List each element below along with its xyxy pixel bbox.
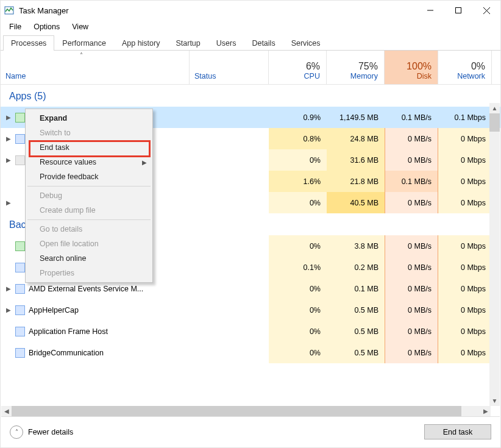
ctx-go-to-details[interactable]: Go to details <box>26 222 152 236</box>
column-header-disk[interactable]: 100%Disk <box>385 51 438 84</box>
cell-cpu: 0% <box>269 321 327 342</box>
process-icon <box>15 241 25 251</box>
svg-rect-2 <box>456 8 461 13</box>
cell-network: 0.1 Mbps <box>438 107 492 128</box>
cell-cpu: 0% <box>269 299 327 321</box>
window-title: Task Manager <box>19 6 69 15</box>
cell-disk: 0 MB/s <box>385 149 438 171</box>
tab-app-history[interactable]: App history <box>114 35 168 51</box>
cell-disk: 0 MB/s <box>385 299 438 321</box>
cell-cpu: 0% <box>269 192 327 213</box>
process-row[interactable]: ▶BridgeCommunication 0% 0.5 MB 0 MB/s 0 … <box>1 342 500 363</box>
tab-services[interactable]: Services <box>283 35 329 51</box>
cell-memory: 40.5 MB <box>327 192 385 213</box>
cell-network: 0 Mbps <box>438 299 492 321</box>
fewer-details-button[interactable]: ˄ Fewer details <box>10 425 73 439</box>
scroll-down-icon[interactable]: ▼ <box>489 396 500 406</box>
process-row[interactable]: ▶AppHelperCap 0% 0.5 MB 0 MB/s 0 Mbps <box>1 299 500 321</box>
scrollbar-thumb[interactable] <box>12 406 461 416</box>
scroll-up-icon[interactable]: ▲ <box>489 103 500 113</box>
ctx-end-task[interactable]: End task <box>26 140 152 155</box>
cell-cpu: 0% <box>269 342 327 363</box>
ctx-provide-feedback[interactable]: Provide feedback <box>26 169 152 184</box>
cell-memory: 24.8 MB <box>327 128 385 149</box>
chevron-right-icon[interactable]: ▶ <box>5 199 12 206</box>
cell-network: 0 Mbps <box>438 278 492 299</box>
chevron-right-icon[interactable]: ▶ <box>5 307 12 313</box>
group-header-apps[interactable]: Apps (5) <box>1 85 500 107</box>
tab-processes[interactable]: Processes <box>3 35 54 51</box>
process-icon <box>15 113 25 123</box>
cell-memory: 21.8 MB <box>327 171 385 192</box>
process-icon <box>15 263 25 272</box>
column-header-name[interactable]: Name <box>1 51 190 84</box>
vertical-scrollbar[interactable]: ▲ ▼ <box>489 103 500 406</box>
process-list: Apps (5) ▶ 0.9% 1,149.5 MB 0.1 MB/s 0.1 … <box>1 85 500 419</box>
cell-cpu: 1.6% <box>269 171 327 192</box>
context-menu: Expand Switch to End task Resource value… <box>25 108 153 283</box>
column-header-cpu[interactable]: 6%CPU <box>269 51 327 84</box>
tab-users[interactable]: Users <box>208 35 244 51</box>
close-button[interactable] <box>472 1 500 20</box>
tab-details[interactable]: Details <box>244 35 283 51</box>
titlebar: Task Manager <box>1 1 500 20</box>
chevron-right-icon[interactable]: ▶ <box>5 135 12 142</box>
ctx-resource-values[interactable]: Resource values▶ <box>26 155 152 169</box>
cell-disk: 0 MB/s <box>385 342 438 363</box>
cell-network: 0 Mbps <box>438 171 492 192</box>
scroll-left-icon[interactable]: ◀ <box>1 406 12 416</box>
apps-rows: ▶ 0.9% 1,149.5 MB 0.1 MB/s 0.1 Mbps ▶xxx… <box>1 107 500 363</box>
cell-cpu: 0.8% <box>269 128 327 149</box>
cell-cpu: 0% <box>269 235 327 257</box>
maximize-button[interactable] <box>444 1 472 20</box>
chevron-right-icon[interactable]: ▶ <box>5 157 12 163</box>
cell-disk: 0 MB/s <box>385 235 438 257</box>
scrollbar-thumb[interactable] <box>489 113 500 132</box>
process-icon <box>15 134 25 144</box>
cell-memory: 0.5 MB <box>327 321 385 342</box>
cell-network: 0 Mbps <box>438 321 492 342</box>
cell-cpu: 0.9% <box>269 107 327 128</box>
ctx-debug[interactable]: Debug <box>26 188 152 203</box>
tabs: Processes Performance App history Startu… <box>1 34 500 51</box>
cell-memory: 31.6 MB <box>327 149 385 171</box>
cell-memory: 0.5 MB <box>327 299 385 321</box>
column-header-status[interactable]: Status <box>190 51 269 84</box>
horizontal-scrollbar[interactable]: ◀ ▶ <box>1 406 491 416</box>
ctx-switch-to[interactable]: Switch to <box>26 126 152 140</box>
cell-memory: 1,149.5 MB <box>327 107 385 128</box>
cell-cpu: 0% <box>269 149 327 171</box>
end-task-button[interactable]: End task <box>424 424 491 439</box>
chevron-right-icon[interactable]: ▶ <box>5 285 12 292</box>
menu-file[interactable]: File <box>3 21 27 32</box>
column-header-network[interactable]: 0%Network <box>438 51 492 84</box>
cell-disk: 0 MB/s <box>385 321 438 342</box>
chevron-up-icon: ˄ <box>10 425 23 439</box>
chevron-right-icon[interactable]: ▶ <box>5 114 12 121</box>
cell-disk: 0 MB/s <box>385 192 438 213</box>
cell-memory: 0.1 MB <box>327 278 385 299</box>
sort-caret-icon: ˄ <box>80 52 83 59</box>
tab-performance[interactable]: Performance <box>54 35 114 51</box>
process-icon <box>15 327 25 336</box>
chevron-right-icon: ▶ <box>142 159 147 166</box>
tab-startup[interactable]: Startup <box>168 35 208 51</box>
cell-disk: 0 MB/s <box>385 257 438 278</box>
menu-view[interactable]: View <box>66 21 94 32</box>
process-row[interactable]: ▶Application Frame Host 0% 0.5 MB 0 MB/s… <box>1 321 500 342</box>
separator <box>27 219 151 220</box>
separator <box>27 186 151 187</box>
column-header-memory[interactable]: 75%Memory <box>327 51 385 84</box>
ctx-search-online[interactable]: Search online <box>26 251 152 266</box>
cell-network: 0 Mbps <box>438 257 492 278</box>
ctx-create-dump[interactable]: Create dump file <box>26 203 152 218</box>
scroll-right-icon[interactable]: ▶ <box>480 406 491 416</box>
ctx-expand[interactable]: Expand <box>26 111 152 126</box>
cell-memory: 0.2 MB <box>327 257 385 278</box>
ctx-properties[interactable]: Properties <box>26 266 152 280</box>
menu-options[interactable]: Options <box>27 21 66 32</box>
process-icon <box>15 348 25 358</box>
process-icon <box>15 305 25 315</box>
minimize-button[interactable] <box>416 1 444 20</box>
ctx-open-file-location[interactable]: Open file location <box>26 236 152 251</box>
